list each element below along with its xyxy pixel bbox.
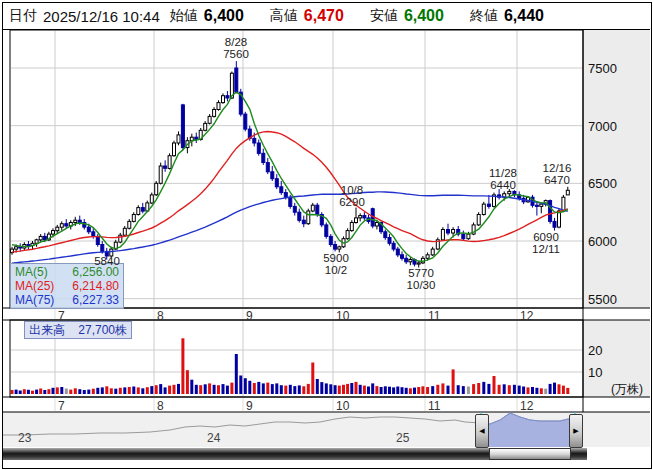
navigator-handle-left[interactable]: ◀ — [475, 414, 489, 448]
volume-label-box: 出来高 27,700株 — [24, 321, 132, 339]
y-axis-label: 7000 — [588, 119, 617, 134]
chart-annotation: 12/166470 — [543, 162, 572, 186]
horizontal-scrollbar-thumb[interactable] — [489, 448, 571, 460]
ma-legend: MA(5)6,256.00MA(25)6,214.80MA(75)6,227.3… — [10, 263, 124, 309]
ma-legend-row: MA(5)6,256.00 — [15, 265, 119, 279]
month-label: 8 — [157, 399, 164, 413]
month-label: 10 — [336, 309, 349, 323]
chart-annotation: 5840 — [94, 255, 120, 267]
month-label: 8 — [157, 309, 164, 323]
month-label: 11 — [428, 309, 440, 323]
month-label: 12 — [520, 309, 533, 323]
right-arrow-icon: ▶ — [573, 427, 578, 435]
ma-legend-row: MA(25)6,214.80 — [15, 279, 119, 293]
month-label: 7 — [58, 309, 65, 323]
ma-legend-row: MA(75)6,227.33 — [15, 293, 119, 307]
volume-unit-label: (万株) — [611, 381, 643, 398]
chart-annotation: 10/86290 — [339, 184, 365, 208]
month-label: 9 — [246, 399, 253, 413]
navigator-handle-right[interactable]: ▶ — [569, 414, 583, 448]
volume-bars — [11, 338, 570, 394]
month-label: 11 — [428, 399, 440, 413]
chart-annotation: 8/287560 — [223, 36, 249, 60]
chart-annotation: 577010/30 — [407, 267, 436, 291]
volume-axis-label: 20 — [588, 343, 602, 358]
volume-value: 27,700株 — [78, 323, 127, 337]
month-label: 9 — [246, 309, 253, 323]
month-label: 12 — [520, 399, 533, 413]
chart-annotation: 11/286440 — [489, 167, 517, 191]
volume-axis-label: 10 — [588, 365, 602, 380]
y-axis-label: 6500 — [588, 176, 617, 191]
chart-annotation: 609012/11 — [532, 231, 560, 255]
volume-label: 出来高 — [29, 323, 65, 337]
y-axis-label: 7500 — [588, 61, 617, 76]
left-arrow-icon: ◀ — [479, 427, 484, 435]
month-label: 7 — [58, 399, 65, 413]
y-axis-label: 6000 — [588, 234, 617, 249]
year-label: 24 — [207, 431, 220, 445]
gridlines — [11, 31, 582, 411]
chart-annotation: 590010/2 — [323, 252, 349, 276]
year-label: 23 — [18, 431, 31, 445]
month-label: 10 — [336, 399, 349, 413]
y-axis-label: 5500 — [588, 292, 617, 307]
year-label: 25 — [396, 431, 409, 445]
